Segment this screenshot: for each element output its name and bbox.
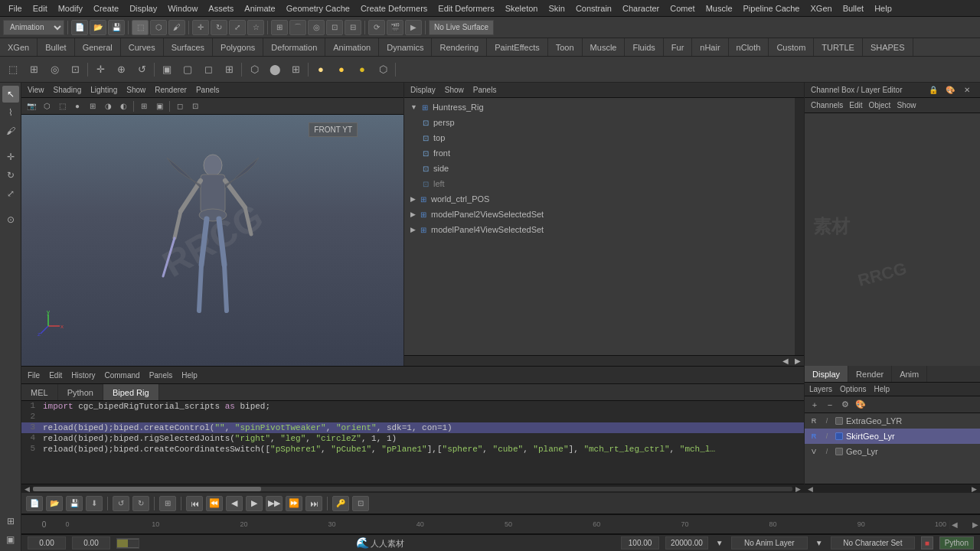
tab-muscle[interactable]: Muscle — [583, 38, 626, 56]
snap-grid[interactable]: ⊞ — [271, 20, 288, 35]
tab-turtle[interactable]: TURTLE — [814, 38, 863, 56]
tab-fluids[interactable]: Fluids — [625, 38, 663, 56]
render-btn[interactable]: 🎬 — [387, 20, 403, 35]
paint-btn[interactable]: 🖌 — [2, 122, 19, 139]
tab-dynamics[interactable]: Dynamics — [379, 38, 432, 56]
vp-renderer-menu[interactable]: Renderer — [155, 86, 187, 94]
vp-show-menu[interactable]: Show — [126, 86, 145, 94]
next-frame-btn[interactable]: ▶▶ — [266, 496, 283, 511]
tab-nhair[interactable]: nHair — [692, 38, 728, 56]
menu-skin[interactable]: Skin — [543, 2, 570, 15]
menu-window[interactable]: Window — [162, 2, 203, 15]
vp-res-icon[interactable]: ⊡ — [188, 99, 202, 113]
lp-sub-help[interactable]: Help — [874, 385, 890, 393]
gate-icon[interactable]: ◻ — [198, 60, 218, 80]
layer-skirtgeo[interactable]: R / SkirtGeo_Lyr — [805, 429, 980, 444]
vp-panels-menu[interactable]: Panels — [196, 86, 220, 94]
vp-grid-icon[interactable]: ⊞ — [137, 99, 151, 113]
menu-help[interactable]: Help — [869, 2, 897, 15]
tab-xgen[interactable]: XGen — [0, 38, 38, 56]
se-file-menu[interactable]: File — [28, 371, 40, 380]
status-toggle[interactable] — [116, 538, 139, 549]
open-btn[interactable]: 📂 — [90, 20, 106, 35]
no-anim-layer-field[interactable]: No Anim Layer — [731, 536, 808, 549]
vp-hud-icon[interactable]: ▣ — [152, 99, 166, 113]
new-scene-btn[interactable]: 📄 — [71, 20, 88, 35]
snap-pb-btn[interactable]: ⊞ — [159, 496, 176, 511]
timeline-track[interactable]: 0 10 20 30 40 50 60 70 80 90 100 — [67, 515, 949, 533]
ol-item-model4[interactable]: ▶ ⊞ modelPanel4ViewSelectedSet — [404, 222, 795, 237]
tab-fur[interactable]: Fur — [664, 38, 693, 56]
tab-curves[interactable]: Curves — [121, 38, 164, 56]
outliner-scrollbar[interactable] — [795, 98, 804, 355]
tl-next-btn[interactable]: ▶ — [972, 520, 978, 529]
script-scroll-left[interactable]: ◀ — [24, 485, 30, 493]
lasso-select-btn[interactable]: ⌇ — [2, 104, 19, 121]
fps-field[interactable]: 20000.00 — [665, 536, 708, 549]
menu-modify[interactable]: Modify — [53, 2, 88, 15]
se-help-menu[interactable]: Help — [181, 371, 198, 380]
ol-item-world-ctrl[interactable]: ▶ ⊞ world_ctrl_POS — [404, 191, 795, 207]
viewport-canvas[interactable]: RRCG — [21, 115, 403, 366]
layer-geo[interactable]: V / Geo_Lyr — [805, 444, 980, 459]
snap-view[interactable]: ⊟ — [345, 20, 361, 35]
char-set-indicator[interactable]: ■ — [921, 536, 933, 549]
ol-next-btn[interactable]: ▶ — [792, 357, 804, 365]
paint-sel-tool[interactable]: 🖌 — [168, 20, 185, 35]
universal-manip[interactable]: ☆ — [247, 20, 264, 35]
lp-scroll-right[interactable]: ▶ — [972, 485, 977, 493]
select-tool[interactable]: ⬚ — [132, 20, 149, 35]
light3-icon[interactable]: ● — [352, 60, 372, 80]
menu-geometry-cache[interactable]: Geometry Cache — [281, 2, 355, 15]
cb-tab-channels[interactable]: Channels — [811, 101, 843, 109]
script-content[interactable]: 1 import cgc_bipedRigTutorial_scripts as… — [21, 401, 804, 484]
move-tool[interactable]: ✛ — [192, 20, 209, 35]
lp-tab-render[interactable]: Render — [848, 366, 892, 382]
snap-curve[interactable]: ⌒ — [289, 20, 306, 35]
lp-sub-options[interactable]: Options — [840, 385, 866, 393]
pivot-icon[interactable]: ⊕ — [111, 60, 131, 80]
auto-key-btn[interactable]: ⊡ — [352, 496, 369, 511]
lasso-tool[interactable]: ⬡ — [150, 20, 167, 35]
script-tab-mel[interactable]: MEL — [21, 384, 58, 400]
move-btn[interactable]: ✛ — [2, 148, 19, 165]
snap-point[interactable]: ◎ — [308, 20, 325, 35]
lp-scroll-left[interactable]: ◀ — [808, 485, 813, 493]
se-history-menu[interactable]: History — [71, 371, 95, 380]
cb-tab-show[interactable]: Show — [897, 101, 916, 109]
menu-character[interactable]: Character — [617, 2, 665, 15]
undo-pb-btn[interactable]: ↺ — [113, 496, 129, 511]
fps-dropdown-icon[interactable]: ▼ — [714, 539, 725, 547]
ol-panels-menu[interactable]: Panels — [473, 86, 497, 94]
anim-layer-dropdown-icon[interactable]: ▼ — [814, 539, 825, 547]
reset-icon[interactable]: ↺ — [132, 60, 152, 80]
prev-key-btn[interactable]: ⏪ — [206, 496, 223, 511]
tab-animation[interactable]: Animation — [325, 38, 379, 56]
menu-edit[interactable]: Edit — [28, 2, 53, 15]
vp-lighting-menu[interactable]: Lighting — [90, 86, 117, 94]
tab-bullet[interactable]: Bullet — [38, 38, 75, 56]
object-icon[interactable]: ◎ — [44, 60, 64, 80]
timeline[interactable]: 0 0 10 20 30 40 50 60 70 80 90 — [21, 514, 980, 534]
vp-wire-icon[interactable]: ⬚ — [55, 99, 69, 113]
no-char-set-field[interactable]: No Character Set — [831, 536, 915, 549]
history-btn[interactable]: ⟳ — [368, 20, 385, 35]
tab-painteffects[interactable]: PaintEffects — [487, 38, 548, 56]
lp-tab-display[interactable]: Display — [805, 366, 848, 382]
end-time-field[interactable]: 100.00 — [621, 536, 659, 549]
tab-polygons[interactable]: Polygons — [213, 38, 263, 56]
script-scrollbar-h[interactable]: ◀ ▶ — [21, 484, 804, 493]
ol-item-huntress[interactable]: ▼ ⊞ Huntress_Rig — [404, 99, 795, 115]
ol-item-side[interactable]: ⊡ side — [416, 161, 795, 176]
play-btn[interactable]: ▶ — [246, 496, 263, 511]
resolution-icon[interactable]: ⊞ — [219, 60, 239, 80]
cb-tab-object[interactable]: Object — [869, 101, 891, 109]
hierarchy-icon[interactable]: ⊞ — [24, 60, 44, 80]
lp-settings-icon[interactable]: ⚙ — [838, 398, 852, 412]
no-live-surface-btn[interactable]: No Live Surface — [429, 20, 494, 35]
smooth-shade-icon[interactable]: ⬤ — [265, 60, 285, 80]
select-mode-icon[interactable]: ⬚ — [3, 60, 23, 80]
play-end-btn[interactable]: ⏭ — [305, 496, 322, 511]
se-panels-menu[interactable]: Panels — [149, 371, 173, 380]
tab-deformation[interactable]: Deformation — [263, 38, 325, 56]
